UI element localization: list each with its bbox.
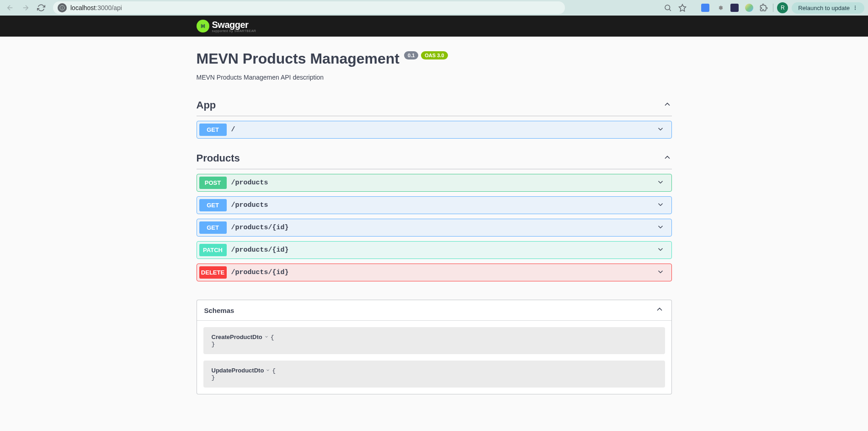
relaunch-button[interactable]: Relaunch to update: [792, 2, 864, 14]
http-method-badge: POST: [199, 177, 227, 189]
chevron-down-icon: [656, 245, 665, 255]
profile-avatar[interactable]: R: [777, 2, 788, 13]
devtools-extension-icon[interactable]: [714, 2, 725, 13]
chevron-down-icon: [656, 125, 665, 135]
http-method-badge: PATCH: [199, 244, 227, 256]
chevron-down-icon: [656, 178, 665, 188]
http-method-badge: DELETE: [199, 266, 227, 279]
svg-point-3: [855, 7, 856, 8]
tag-products[interactable]: Products: [197, 148, 672, 169]
swagger-logo-icon: [197, 20, 209, 32]
url-text: localhost:3000/api: [70, 4, 122, 11]
operation-delete-1-4[interactable]: DELETE/products/{id}: [197, 264, 672, 281]
reload-button[interactable]: [35, 1, 48, 14]
brace-open: {: [271, 334, 274, 341]
swagger-topbar: Swagger supported by SMARTBEAR: [0, 16, 868, 37]
operation-get-1-1[interactable]: GET/products: [197, 196, 672, 214]
forward-button[interactable]: [19, 1, 32, 14]
operation-path: /products: [231, 179, 268, 187]
schema-name: UpdateProductDto: [212, 367, 264, 374]
chevron-up-icon: [655, 305, 664, 316]
operation-path: /products/{id}: [231, 246, 289, 254]
site-info-icon[interactable]: [58, 3, 67, 12]
operation-path: /products/{id}: [231, 224, 289, 232]
svg-point-4: [855, 9, 856, 10]
extensions-puzzle-icon[interactable]: [758, 2, 769, 13]
version-badge: 0.1: [404, 51, 418, 59]
address-bar[interactable]: localhost:3000/api: [53, 1, 565, 14]
schema-UpdateProductDto[interactable]: UpdateProductDto{}: [203, 361, 665, 388]
api-title: MEVN Products Management: [197, 50, 400, 67]
brace-open: {: [272, 367, 276, 374]
chrome-actions: R Relaunch to update: [662, 2, 864, 14]
chevron-down-icon: [262, 334, 271, 341]
swagger-logo[interactable]: Swagger supported by SMARTBEAR: [197, 20, 672, 32]
chevron-up-icon: [663, 100, 672, 111]
tag-app[interactable]: App: [197, 95, 672, 116]
extension-icon[interactable]: [744, 2, 755, 13]
brace-close: }: [212, 341, 215, 348]
schemas-title: Schemas: [204, 307, 234, 314]
operation-get-0-0[interactable]: GET/: [197, 121, 672, 139]
operation-path: /products/{id}: [231, 269, 289, 276]
browser-toolbar: localhost:3000/api R Relaunch to update: [0, 0, 868, 16]
oas-badge: OAS 3.0: [421, 51, 447, 59]
svg-point-7: [202, 27, 203, 27]
chevron-up-icon: [663, 153, 672, 164]
schemas-toggle[interactable]: Schemas: [197, 300, 671, 321]
operation-post-1-0[interactable]: POST/products: [197, 174, 672, 192]
svg-point-1: [665, 5, 670, 10]
zoom-icon[interactable]: [662, 2, 673, 13]
chevron-down-icon: [656, 223, 665, 233]
chevron-down-icon: [656, 200, 665, 210]
operation-path: /products: [231, 201, 268, 209]
operation-path: /: [231, 126, 235, 134]
swagger-ui: MEVN Products Management 0.1 OAS 3.0 MEV…: [187, 37, 681, 408]
chevron-down-icon: [264, 367, 272, 374]
tag-name: Products: [197, 152, 240, 164]
react-extension-icon[interactable]: [729, 2, 740, 13]
svg-point-6: [202, 26, 203, 26]
bookmark-icon[interactable]: [677, 2, 688, 13]
http-method-badge: GET: [199, 199, 227, 211]
svg-point-5: [202, 25, 203, 25]
operation-patch-1-3[interactable]: PATCH/products/{id}: [197, 241, 672, 259]
svg-point-2: [855, 6, 856, 7]
schema-name: CreateProductDto: [212, 334, 262, 340]
translate-extension-icon[interactable]: [700, 2, 711, 13]
schema-CreateProductDto[interactable]: CreateProductDto{}: [203, 327, 665, 354]
http-method-badge: GET: [199, 221, 227, 234]
http-method-badge: GET: [199, 124, 227, 136]
schemas-section: Schemas CreateProductDto{}UpdateProductD…: [197, 300, 672, 394]
toolbar-divider: [773, 4, 773, 12]
brace-close: }: [212, 374, 215, 381]
api-info: MEVN Products Management 0.1 OAS 3.0 MEV…: [197, 50, 672, 81]
api-description: MEVN Products Managemen API description: [197, 74, 672, 81]
operation-get-1-2[interactable]: GET/products/{id}: [197, 219, 672, 237]
swagger-logo-subtitle: supported by SMARTBEAR: [212, 29, 256, 32]
tag-name: App: [197, 99, 216, 111]
swagger-logo-text: Swagger: [212, 20, 256, 30]
chevron-down-icon: [656, 268, 665, 278]
back-button[interactable]: [4, 1, 16, 14]
